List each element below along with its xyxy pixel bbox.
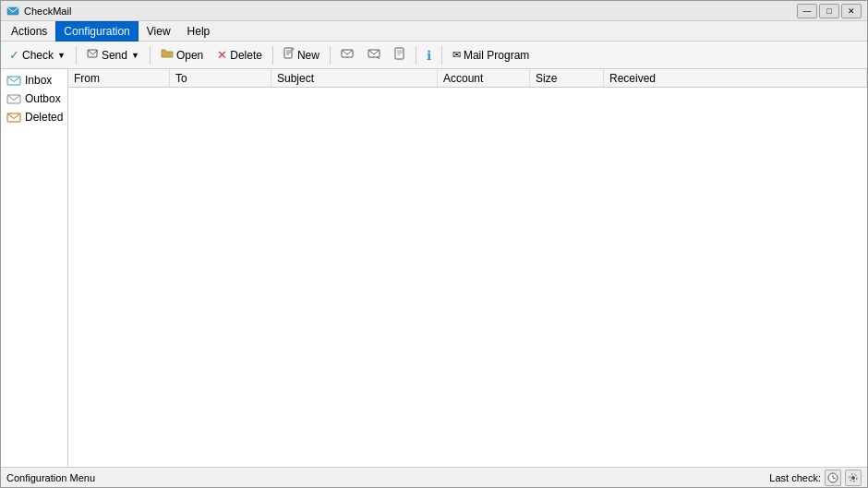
main-window: CheckMail — □ ✕ Actions Configuration Vi…	[0, 0, 868, 488]
status-right: Last check:	[769, 470, 862, 486]
app-icon	[6, 5, 19, 18]
menu-bar: Actions Configuration View Help	[1, 21, 867, 42]
check-button[interactable]: ✓ Check ▼	[3, 43, 72, 67]
deleted-label: Deleted	[25, 111, 63, 124]
window-controls: — □ ✕	[797, 4, 862, 18]
open-icon	[161, 48, 174, 62]
send-icon	[87, 48, 99, 62]
sidebar-item-outbox[interactable]: Outbox	[1, 89, 67, 108]
deleted-icon	[6, 111, 21, 124]
svg-rect-4	[292, 48, 294, 50]
check-dropdown-arrow[interactable]: ▼	[57, 51, 66, 60]
inbox-icon	[6, 74, 21, 87]
svg-rect-2	[284, 48, 292, 58]
mailprogram-icon: ✉	[452, 49, 461, 61]
menu-help[interactable]: Help	[179, 21, 219, 42]
svg-rect-11	[395, 48, 404, 59]
separator-4	[330, 46, 331, 65]
column-headers: From To Subject Account Size Received	[68, 69, 867, 88]
separator-2	[150, 46, 151, 65]
status-text: Configuration Menu	[6, 472, 95, 483]
info-icon: ℹ	[427, 48, 431, 63]
send-button[interactable]: Send ▼	[80, 43, 146, 67]
check-icon: ✓	[9, 48, 19, 62]
toolbar: ✓ Check ▼ Send ▼ Open	[1, 42, 867, 69]
col-header-received[interactable]: Received	[604, 69, 867, 87]
outbox-icon	[6, 92, 21, 105]
gear-icon-btn[interactable]	[845, 470, 862, 486]
mailprogram-button[interactable]: ✉ Mail Program	[446, 43, 536, 67]
separator-1	[76, 46, 77, 65]
page-icon	[394, 47, 405, 63]
svg-point-21	[851, 476, 855, 480]
delete-button[interactable]: ✕ Delete	[211, 43, 269, 67]
title-bar-left: CheckMail	[6, 5, 71, 18]
new-icon	[283, 47, 295, 63]
close-button[interactable]: ✕	[841, 4, 862, 18]
title-bar: CheckMail — □ ✕	[1, 1, 867, 21]
info-button[interactable]: ℹ	[420, 43, 438, 67]
inbox-label: Inbox	[25, 74, 52, 87]
icon-btn-3[interactable]	[388, 43, 412, 67]
menu-view[interactable]: View	[139, 21, 179, 42]
email-list	[68, 88, 867, 467]
sidebar-item-inbox[interactable]: Inbox	[1, 71, 67, 89]
clock-icon-btn[interactable]	[825, 470, 841, 486]
envelope-icon-2	[368, 48, 380, 62]
col-header-to[interactable]: To	[170, 69, 271, 87]
separator-5	[416, 46, 416, 65]
col-header-from[interactable]: From	[68, 69, 170, 87]
send-dropdown-arrow[interactable]: ▼	[131, 51, 139, 60]
menu-actions[interactable]: Actions	[3, 21, 55, 42]
app-title: CheckMail	[24, 6, 71, 17]
minimize-button[interactable]: —	[797, 4, 817, 18]
outbox-label: Outbox	[25, 92, 61, 105]
envelope-icon-1	[341, 48, 354, 62]
status-bar: Configuration Menu Last check:	[1, 467, 867, 487]
delete-icon: ✕	[217, 48, 227, 62]
sidebar-item-deleted[interactable]: Deleted	[1, 108, 67, 126]
icon-btn-1[interactable]	[334, 43, 360, 67]
main-panel: From To Subject Account Size Received	[68, 69, 867, 467]
sidebar: Inbox Outbox Deleted	[1, 69, 68, 467]
col-header-subject[interactable]: Subject	[271, 69, 438, 87]
content-area: Inbox Outbox Deleted	[1, 69, 867, 467]
open-button[interactable]: Open	[154, 43, 210, 67]
menu-configuration[interactable]: Configuration	[55, 21, 138, 42]
col-header-size[interactable]: Size	[530, 69, 604, 87]
icon-btn-2[interactable]	[361, 43, 387, 67]
separator-6	[441, 46, 442, 65]
maximize-button[interactable]: □	[819, 4, 839, 18]
new-button[interactable]: New	[277, 43, 326, 67]
separator-3	[272, 46, 273, 65]
col-header-account[interactable]: Account	[438, 69, 530, 87]
lastcheck-label: Last check:	[769, 472, 821, 483]
